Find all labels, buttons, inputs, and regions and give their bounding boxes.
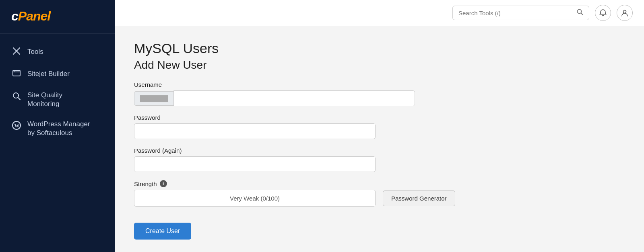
wordpress-icon: W — [11, 121, 22, 132]
sidebar-item-tools[interactable]: Tools — [0, 41, 115, 63]
site-quality-icon — [11, 92, 22, 102]
password-again-input[interactable] — [134, 156, 376, 172]
sidebar-item-wordpress[interactable]: W WordPress Managerby Softaculous — [0, 114, 115, 143]
strength-label-row: Strength i — [134, 180, 625, 187]
search-icon — [577, 9, 583, 17]
info-icon[interactable]: i — [160, 180, 167, 187]
username-group: Username ███████ — [134, 81, 625, 106]
sidebar: cPanel Tools Sitejet Builder — [0, 0, 115, 252]
create-user-button[interactable]: Create User — [134, 223, 191, 240]
search-input[interactable] — [458, 10, 574, 16]
strength-row: Very Weak (0/100) Password Generator — [134, 190, 625, 207]
username-row: ███████ — [134, 90, 625, 106]
sidebar-nav: Tools Sitejet Builder Site QualityMonit — [0, 34, 115, 143]
main-content: MySQL Users Add New User Username ██████… — [115, 0, 644, 252]
svg-line-6 — [18, 98, 21, 100]
username-input[interactable] — [173, 90, 415, 106]
header — [115, 0, 644, 26]
page-title: MySQL Users — [134, 41, 625, 56]
page-body: MySQL Users Add New User Username ██████… — [115, 26, 644, 252]
section-title: Add New User — [134, 59, 625, 72]
password-generator-button[interactable]: Password Generator — [383, 191, 455, 206]
sidebar-item-wordpress-label: WordPress Managerby Softaculous — [27, 120, 90, 137]
strength-group: Strength i Very Weak (0/100) Password Ge… — [134, 180, 625, 207]
logo-area: cPanel — [0, 0, 115, 34]
svg-text:W: W — [14, 123, 20, 129]
strength-bar: Very Weak (0/100) — [134, 190, 376, 207]
username-label: Username — [134, 81, 625, 88]
sidebar-item-sitejet[interactable]: Sitejet Builder — [0, 63, 115, 85]
tools-icon — [11, 47, 22, 57]
sidebar-item-site-quality-label: Site QualityMonitoring — [27, 91, 62, 109]
sitejet-icon — [11, 69, 22, 80]
password-input[interactable] — [134, 123, 376, 139]
svg-line-10 — [581, 13, 583, 15]
password-group: Password — [134, 114, 625, 139]
search-box[interactable] — [452, 6, 589, 20]
bell-button[interactable] — [595, 5, 611, 21]
svg-point-11 — [623, 10, 626, 13]
username-prefix: ███████ — [134, 91, 173, 106]
user-button[interactable] — [617, 5, 633, 21]
user-icon — [621, 9, 629, 17]
strength-text: Very Weak (0/100) — [230, 195, 280, 202]
cpanel-logo: cPanel — [11, 9, 103, 24]
sidebar-item-site-quality[interactable]: Site QualityMonitoring — [0, 85, 115, 114]
bell-icon — [599, 9, 607, 17]
password-again-label: Password (Again) — [134, 147, 625, 154]
svg-rect-2 — [13, 70, 20, 76]
sidebar-item-sitejet-label: Sitejet Builder — [27, 70, 70, 78]
sidebar-item-tools-label: Tools — [27, 47, 43, 56]
password-label: Password — [134, 114, 625, 121]
strength-label: Strength — [134, 180, 157, 187]
password-again-group: Password (Again) — [134, 147, 625, 172]
